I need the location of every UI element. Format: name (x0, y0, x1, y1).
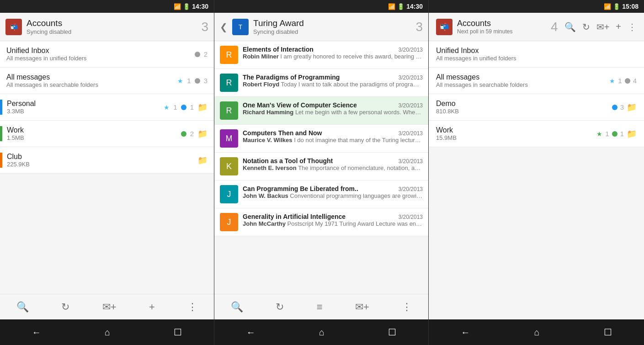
mid-more-button[interactable]: ⋮ (398, 297, 415, 317)
right-all-messages[interactable]: All messages All messages in searchable … (429, 68, 644, 94)
mid-header-count: 3 (415, 20, 423, 34)
unified-inbox-right: 2 (195, 50, 208, 58)
right-recent-nav[interactable]: ☐ (595, 323, 621, 341)
email-item-4[interactable]: K Notation as a Tool of Thought 3/20/201… (214, 153, 428, 180)
right-header-title-group: Accounts Next poll in 59 minutes (457, 19, 512, 35)
email-item-2[interactable]: R One Man's View of Computer Science 3/2… (214, 97, 428, 125)
left-home-nav[interactable]: ⌂ (96, 324, 119, 341)
email-date-4: 3/20/2013 (399, 158, 423, 165)
email-date-2: 3/20/2013 (399, 102, 423, 109)
email-header-row-6: Generality in Artificial Intelligence 3/… (243, 213, 423, 220)
unified-inbox-item[interactable]: Unified Inbox All messages in unified fo… (0, 41, 214, 68)
email-text-2: Let me begin with a few personal words. … (295, 109, 423, 116)
email-subject-6: Generality in Artificial Intelligence (243, 213, 346, 220)
right-home-nav[interactable]: ⌂ (525, 324, 548, 341)
left-add-button[interactable]: + (145, 297, 159, 317)
right-all-sub: All messages in searchable folders (436, 81, 609, 88)
right-unified-sub: All messages in unified folders (436, 55, 637, 62)
mid-sort-button[interactable]: ≡ (313, 297, 326, 317)
left-compose-button[interactable]: ✉+ (99, 297, 120, 317)
right-more-button[interactable]: ⋮ (628, 21, 637, 32)
right-demo-size: 810.8KB (436, 108, 612, 115)
right-work-account[interactable]: Work 15.9MB ★ 1 1 📁 (429, 121, 644, 147)
mid-refresh-button[interactable]: ↻ (272, 297, 287, 317)
email-subject-3: Computers Then and Now (243, 129, 322, 137)
right-unified-inbox[interactable]: Unified Inbox All messages in unified fo… (429, 41, 644, 68)
left-status-bar: 📶 🔋 14:30 (0, 0, 214, 13)
work-size: 1.5MB (7, 134, 181, 141)
email-header-row-1: The Paradigms of Programming 3/20/2013 (243, 74, 423, 81)
all-messages-item[interactable]: All messages All messages in searchable … (0, 68, 214, 94)
left-back-nav[interactable]: ← (23, 324, 50, 341)
right-battery-icon: 🔋 (613, 3, 620, 10)
all-messages-star-count: 1 (187, 77, 191, 85)
right-search-button[interactable]: 🔍 (564, 21, 576, 32)
email-item-3[interactable]: M Computers Then and Now 3/20/2013 Mauri… (214, 125, 428, 153)
email-item-5[interactable]: J Can Programming Be Liberated from.. 3/… (214, 180, 428, 208)
club-main: Club 225.9KB (2, 153, 197, 168)
left-header: 📬 Accounts Syncing disabled 3 (0, 13, 214, 41)
email-avatar-5: J (220, 185, 238, 203)
left-header-count: 3 (201, 20, 208, 34)
left-status-icons: 📶 🔋 14:30 (174, 3, 208, 10)
mid-home-nav[interactable]: ⌂ (310, 324, 334, 341)
right-work-star-icon: ★ (596, 130, 602, 138)
work-title: Work (7, 126, 181, 134)
email-text-6: Postscript My 1971 Turing Award Lecture … (287, 220, 423, 227)
email-item-1[interactable]: R The Paradigms of Programming 3/20/2013… (214, 69, 428, 97)
personal-dot (181, 105, 186, 110)
left-refresh-button[interactable]: ↻ (58, 297, 73, 317)
personal-size: 3.3MB (7, 108, 164, 115)
right-compose-button[interactable]: ✉+ (596, 21, 610, 32)
right-demo-main: Demo 810.8KB (436, 100, 612, 115)
right-work-folder-icon: 📁 (627, 129, 637, 139)
all-messages-sub: All messages in searchable folders (6, 81, 177, 88)
mid-bottom-toolbar: 🔍 ↻ ≡ ✉+ ⋮ (214, 294, 428, 319)
email-preview-6: John McCarthy Postscript My 1971 Turing … (243, 220, 423, 227)
email-text-0: I am greatly honored to receive this awa… (280, 53, 423, 60)
left-recent-nav[interactable]: ☐ (165, 323, 191, 341)
left-search-button[interactable]: 🔍 (13, 297, 32, 317)
email-item-6[interactable]: J Generality in Artificial Intelligence … (214, 208, 428, 236)
right-header-icons: 4 🔍 ↻ ✉+ + ⋮ (551, 20, 637, 34)
email-subject-0: Elements of Interaction (243, 46, 314, 53)
unified-inbox-sub: All messages in unified folders (6, 55, 195, 62)
right-header-left: 📬 Accounts Next poll in 59 minutes (436, 19, 512, 35)
right-add-button[interactable]: + (616, 21, 621, 32)
email-sender-4: Kenneth E. Iverson (243, 165, 297, 171)
email-header-row-5: Can Programming Be Liberated from.. 3/20… (243, 185, 423, 192)
email-sender-2: Richard Hamming (243, 109, 293, 116)
unified-inbox-title: Unified Inbox (6, 47, 195, 55)
email-body-6: Generality in Artificial Intelligence 3/… (243, 213, 423, 227)
email-body-4: Notation as a Tool of Thought 3/20/2013 … (243, 157, 423, 171)
right-refresh-button[interactable]: ↻ (582, 21, 590, 32)
work-dot-count: 2 (190, 130, 194, 138)
right-work-star-count: 1 (605, 130, 609, 138)
right-demo-folder-icon: 📁 (627, 102, 637, 112)
mid-search-button[interactable]: 🔍 (227, 297, 247, 317)
email-avatar-2: R (220, 101, 238, 120)
right-work-count: 1 (620, 130, 624, 138)
email-text-3: I do not imagine that many of the Turing… (294, 137, 423, 143)
email-item-0[interactable]: R Elements of Interaction 3/20/2013 Robi… (214, 41, 428, 69)
mid-back-nav[interactable]: ← (237, 324, 265, 341)
email-header-row-2: One Man's View of Computer Science 3/20/… (243, 101, 423, 109)
right-back-nav[interactable]: ← (452, 324, 479, 341)
work-account-item[interactable]: Work 1.5MB 2 📁 (0, 121, 214, 147)
email-avatar-1: R (220, 74, 238, 92)
mid-back-button[interactable]: ❮ (220, 21, 228, 32)
left-panel: 📶 🔋 14:30 📬 Accounts Syncing disabled 3 … (0, 0, 214, 345)
right-demo-account[interactable]: Demo 810.8KB 3 📁 (429, 94, 644, 121)
right-work-title: Work (436, 126, 596, 134)
left-more-button[interactable]: ⋮ (184, 297, 201, 317)
mid-status-icons: 📶 🔋 14:30 (388, 3, 423, 10)
mid-compose-button[interactable]: ✉+ (351, 297, 373, 317)
right-panel: 📶 🔋 15:08 📬 Accounts Next poll in 59 min… (429, 0, 644, 345)
personal-account-item[interactable]: Personal 3.3MB ★ 1 1 📁 (0, 94, 214, 121)
left-scroll-area: Unified Inbox All messages in unified fo… (0, 41, 214, 294)
club-account-item[interactable]: Club 225.9KB 📁 (0, 147, 214, 174)
all-messages-right: ★ 1 3 (177, 77, 208, 85)
email-sender-0: Robin Milner (243, 53, 279, 60)
mid-status-bar: 📶 🔋 14:30 (214, 0, 428, 13)
mid-recent-nav[interactable]: ☐ (379, 323, 405, 341)
